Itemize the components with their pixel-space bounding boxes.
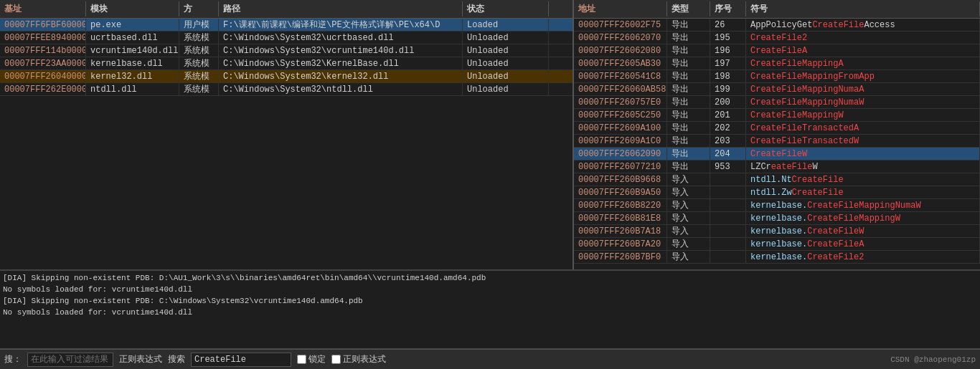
regex2-checkbox-label[interactable]: 正则表达式 [331,353,386,365]
cell-path: C:\Windows\System32\ntdll.dll [219,83,463,95]
r-cell-seq: 195 [710,32,746,44]
r-cell-seq: 202 [710,122,746,134]
r-cell-symbol: kernelbase.CreateFileMappingW [746,212,980,224]
source-label: 搜： [4,353,22,365]
r-cell-symbol: CreateFileMappingW [746,109,980,121]
regex-label: 正则表达式 [119,353,162,365]
search-input[interactable] [191,353,291,367]
r-cell-addr: 00007FFF260B81E8 [574,212,667,224]
right-table-row[interactable]: 00007FFF260757E0 导出 200 CreateFileMappin… [574,96,980,109]
r-cell-type: 导出 [667,32,710,44]
right-table-row[interactable]: 00007FFF260541C8 导出 198 CreateFileMappin… [574,70,980,83]
r-cell-seq: 26 [710,19,746,31]
cell-addr: 00007FFF262E0000 [0,83,86,95]
r-cell-seq: 197 [710,57,746,70]
right-table-row[interactable]: 00007FFF260B9668 导入 ntdll.NtCreateFile [574,173,980,186]
r-cell-symbol: CreateFileMappingNumaA [746,83,980,95]
r-cell-addr: 00007FFF2609A100 [574,122,667,134]
r-cell-addr: 00007FFF260541C8 [574,70,667,82]
r-cell-seq [710,173,746,186]
r-cell-seq [710,225,746,237]
right-table-row[interactable]: 00007FFF260B81E8 导入 kernelbase.CreateFil… [574,212,980,225]
r-cell-addr: 00007FFF260B7BF0 [574,251,667,263]
cell-type: 系统模 [179,57,219,70]
left-table-row[interactable]: 00007FFF262E0000 ntdll.dll 系统模 C:\Window… [0,83,573,96]
r-cell-addr: 00007FFF260B9668 [574,173,667,186]
log-line: [DIA] Skipping non-existent PDB: D:\AU1_… [3,272,977,284]
left-table-row[interactable]: 00007FF6FBF60000 pe.exe 用户模 F:\课程\前课程\编译… [0,19,573,32]
right-table-row[interactable]: 00007FFF26062080 导出 196 CreateFileA [574,44,980,57]
right-panel-header: 地址 类型 序号 符号 [574,0,980,19]
r-cell-seq: 201 [710,109,746,121]
r-cell-symbol: CreateFileMappingFromApp [746,70,980,82]
r-cell-seq: 203 [710,135,746,147]
cell-status: Unloaded [463,57,549,70]
cell-addr: 00007FFF26040000 [0,70,86,82]
r-cell-type: 导出 [667,70,710,82]
left-table: 00007FF6FBF60000 pe.exe 用户模 F:\课程\前课程\编译… [0,19,573,269]
right-table-row[interactable]: 00007FFF26077210 导出 953 LZCreateFileW [574,160,980,173]
right-table-row[interactable]: 00007FFF260B7BF0 导入 kernelbase.CreateFil… [574,251,980,264]
r-cell-addr: 00007FFF2605C250 [574,109,667,121]
right-table-row[interactable]: 00007FFF260B7A18 导入 kernelbase.CreateFil… [574,225,980,238]
header-module: 模块 [86,1,179,16]
r-cell-symbol: LZCreateFileW [746,160,980,173]
r-cell-type: 导入 [667,173,710,186]
r-cell-symbol: CreateFileA [746,44,980,57]
cell-status: Unloaded [463,32,549,44]
left-panel: 基址 模块 方 路径 状态 00007FF6FBF60000 pe.exe 用户… [0,0,574,269]
r-cell-type: 导出 [667,83,710,95]
right-table-row[interactable]: 00007FFF260B7A20 导入 kernelbase.CreateFil… [574,238,980,251]
r-cell-type: 导出 [667,109,710,121]
r-cell-seq [710,251,746,263]
r-cell-type: 导入 [667,238,710,250]
lock-checkbox[interactable] [297,355,306,364]
left-table-row[interactable]: 00007FFEE8940000 ucrtbased.dll 系统模 C:\Wi… [0,32,573,44]
log-line: No symbols loaded for: vcruntime140d.dll [3,307,977,318]
r-cell-seq [710,186,746,198]
right-table-row[interactable]: 00007FFF26062070 导出 195 CreateFile2 [574,32,980,44]
filter-input[interactable] [27,353,113,367]
right-table-row[interactable]: 00007FFF2605AB30 导出 197 CreateFileMappin… [574,57,980,70]
right-table-row[interactable]: 00007FFF260B8220 导入 kernelbase.CreateFil… [574,199,980,212]
cell-module: pe.exe [86,19,179,31]
cell-addr: 00007FF6FBF60000 [0,19,86,31]
r-cell-symbol: kernelbase.CreateFileMappingNumaW [746,199,980,211]
right-table-row[interactable]: 00007FFF260B9A50 导入 ntdll.ZwCreateFile [574,186,980,199]
cell-addr: 00007FFEE8940000 [0,32,86,44]
r-cell-seq [710,212,746,224]
r-cell-addr: 00007FFF26062080 [574,44,667,57]
right-table-row[interactable]: 00007FFF26062090 导出 204 CreateFileW [574,148,980,160]
r-header-addr: 地址 [574,1,667,16]
lock-checkbox-label[interactable]: 锁定 [297,353,326,365]
r-header-type: 类型 [667,1,710,16]
r-cell-seq: 196 [710,44,746,57]
right-table-row[interactable]: 00007FFF2609A100 导出 202 CreateFileTransa… [574,122,980,135]
right-table-row[interactable]: 00007FFF2605C250 导出 201 CreateFileMappin… [574,109,980,122]
r-cell-addr: 00007FFF2605AB30 [574,57,667,70]
r-cell-addr: 00007FFF260757E0 [574,96,667,108]
header-addr: 基址 [0,1,86,16]
left-table-row[interactable]: 00007FFF26040000 kernel32.dll 系统模 C:\Win… [0,70,573,83]
left-table-row[interactable]: 00007FFF23AA0000 kernelbase.dll 系统模 C:\W… [0,57,573,70]
r-cell-type: 导出 [667,19,710,31]
r-cell-addr: 00007FFF26062090 [574,148,667,160]
cell-addr: 00007FFF23AA0000 [0,57,86,70]
cell-status: Unloaded [463,70,549,82]
regex2-checkbox[interactable] [331,355,341,364]
cell-module: kernelbase.dll [86,57,179,70]
log-line: No symbols loaded for: vcruntime140d.dll [3,284,977,295]
r-cell-addr: 00007FFF26002F75 [574,19,667,31]
right-table-row[interactable]: 00007FFF26002F75 导出 26 AppPolicyGetCreat… [574,19,980,32]
right-table-row[interactable]: 00007FFF2609A1C0 导出 203 CreateFileTransa… [574,135,980,148]
cell-module: ucrtbased.dll [86,32,179,44]
r-cell-seq [710,199,746,211]
cell-module: ntdll.dll [86,83,179,95]
r-cell-addr: 00007FFF260B9A50 [574,186,667,198]
r-cell-symbol: kernelbase.CreateFile2 [746,251,980,263]
cell-path: C:\Windows\System32\ucrtbased.dll [219,32,463,44]
right-table-row[interactable]: 00007FFF26060AB58 导出 199 CreateFileMappi… [574,83,980,96]
header-type: 方 [179,1,219,16]
search-label: 搜索 [168,353,185,365]
left-table-row[interactable]: 00007FFF114b0000 vcruntime140d.dll 系统模 C… [0,44,573,57]
